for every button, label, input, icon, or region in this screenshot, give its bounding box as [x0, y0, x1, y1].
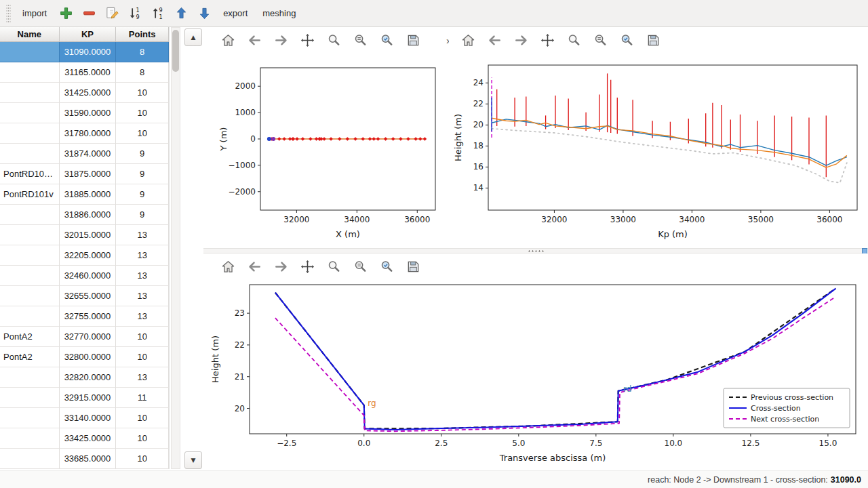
name-cell[interactable]: PontA2: [0, 347, 60, 367]
name-cell[interactable]: [0, 144, 60, 164]
edit-cross-section-button[interactable]: [101, 3, 123, 24]
name-cell[interactable]: [0, 408, 60, 428]
points-cell[interactable]: 10: [116, 408, 169, 428]
horizontal-splitter[interactable]: [203, 248, 868, 253]
table-row[interactable]: 31090.00008: [0, 42, 169, 62]
table-row[interactable]: 33425.000010: [0, 428, 169, 449]
table-row[interactable]: PontA232800.000010: [0, 347, 169, 367]
name-cell[interactable]: [0, 286, 60, 306]
table-row[interactable]: 31874.00009: [0, 144, 169, 164]
scroll-up-button[interactable]: ▲: [184, 28, 202, 46]
zoom-button[interactable]: [323, 29, 344, 51]
move-up-button[interactable]: [170, 3, 192, 24]
kp-cell[interactable]: 31165.0000: [60, 62, 117, 83]
name-cell[interactable]: [0, 266, 60, 286]
name-cell[interactable]: [0, 62, 60, 83]
table-row[interactable]: 32820.000013: [0, 367, 169, 388]
forward-button[interactable]: [510, 29, 532, 51]
configure-subplots-button[interactable]: [349, 29, 371, 51]
kp-cell[interactable]: 32800.0000: [60, 347, 117, 367]
table-row[interactable]: 32205.000013: [0, 245, 169, 266]
plan-view-chart[interactable]: 320003400036000−2000−1000010002000X (m)Y…: [203, 53, 445, 251]
kp-cell[interactable]: 31874.0000: [60, 144, 117, 164]
table-row[interactable]: 33140.000010: [0, 408, 169, 428]
points-cell[interactable]: 10: [116, 123, 169, 144]
cross-section-chart[interactable]: −2.50.02.55.07.510.012.515.020212223Tran…: [203, 277, 867, 473]
forward-button[interactable]: [270, 29, 292, 51]
edit-axis-button[interactable]: [376, 29, 397, 51]
points-cell[interactable]: 10: [116, 449, 169, 469]
column-header-points[interactable]: Points: [116, 27, 169, 41]
move-down-button[interactable]: [193, 3, 215, 24]
back-button[interactable]: [243, 256, 265, 277]
points-cell[interactable]: 10: [116, 347, 169, 367]
home-button[interactable]: [217, 256, 239, 277]
table-row[interactable]: 32915.000011: [0, 388, 169, 408]
table-row[interactable]: PontRD101v31885.00009: [0, 184, 169, 205]
kp-cell[interactable]: 33140.0000: [60, 408, 117, 428]
kp-cell[interactable]: 32205.0000: [60, 245, 117, 266]
splitter-handle-icon[interactable]: [528, 249, 545, 253]
configure-subplots-button[interactable]: [349, 256, 371, 277]
save-figure-button[interactable]: [402, 29, 424, 51]
configure-subplots-button[interactable]: [589, 29, 611, 51]
kp-cell[interactable]: 33425.0000: [60, 428, 117, 449]
points-cell[interactable]: 9: [116, 164, 169, 184]
meshing-button[interactable]: meshing: [256, 4, 302, 22]
name-cell[interactable]: [0, 83, 60, 103]
kp-cell[interactable]: 31090.0000: [60, 42, 117, 62]
kp-cell[interactable]: 31875.0000: [60, 164, 117, 184]
kp-cell[interactable]: 32015.0000: [60, 225, 117, 245]
table-row[interactable]: 33685.000010: [0, 449, 169, 469]
kp-cell[interactable]: 31425.0000: [60, 83, 117, 103]
name-cell[interactable]: [0, 428, 60, 449]
name-cell[interactable]: [0, 388, 60, 408]
points-cell[interactable]: 13: [116, 225, 169, 245]
table-row[interactable]: PontRD10…31875.00009: [0, 164, 169, 184]
back-button[interactable]: [484, 29, 505, 51]
table-row[interactable]: 31886.00009: [0, 205, 169, 225]
kp-cell[interactable]: 32915.0000: [60, 388, 117, 408]
table-scrollbar-thumb[interactable]: [172, 30, 179, 72]
zoom-button[interactable]: [323, 256, 344, 277]
points-cell[interactable]: 9: [116, 205, 169, 225]
kp-cell[interactable]: 32460.0000: [60, 266, 117, 286]
longitudinal-profile-chart[interactable]: 3200033000340003500036000141618202224Kp …: [449, 53, 867, 251]
edit-axis-button[interactable]: [376, 256, 397, 277]
points-cell[interactable]: 10: [116, 428, 169, 449]
name-cell[interactable]: PontRD101v: [0, 184, 60, 205]
points-cell[interactable]: 13: [116, 367, 169, 388]
table-row[interactable]: 31590.000010: [0, 103, 169, 123]
points-cell[interactable]: 13: [116, 286, 169, 306]
back-button[interactable]: [243, 29, 265, 51]
column-header-kp[interactable]: KP: [60, 27, 117, 41]
points-cell[interactable]: 8: [116, 42, 169, 62]
points-cell[interactable]: 9: [116, 184, 169, 205]
name-cell[interactable]: [0, 103, 60, 123]
edit-axis-button[interactable]: [616, 29, 637, 51]
points-cell[interactable]: 10: [116, 83, 169, 103]
points-cell[interactable]: 13: [116, 306, 169, 327]
kp-cell[interactable]: 32655.0000: [60, 286, 117, 306]
table-row[interactable]: 31780.000010: [0, 123, 169, 144]
table-scrollbar[interactable]: [171, 27, 180, 469]
kp-cell[interactable]: 31780.0000: [60, 123, 117, 144]
kp-cell[interactable]: 32770.0000: [60, 327, 117, 347]
table-row[interactable]: 31165.00008: [0, 62, 169, 83]
points-cell[interactable]: 11: [116, 388, 169, 408]
zoom-button[interactable]: [563, 29, 585, 51]
name-cell[interactable]: [0, 449, 60, 469]
name-cell[interactable]: PontA2: [0, 327, 60, 347]
kp-cell[interactable]: 31590.0000: [60, 103, 117, 123]
table-row[interactable]: 32655.000013: [0, 286, 169, 306]
kp-cell[interactable]: 32755.0000: [60, 306, 117, 327]
pan-button[interactable]: [296, 256, 318, 277]
home-button[interactable]: [217, 29, 239, 51]
name-cell[interactable]: [0, 123, 60, 144]
forward-button[interactable]: [270, 256, 292, 277]
delete-cross-section-button[interactable]: [78, 3, 100, 24]
name-cell[interactable]: [0, 306, 60, 327]
points-cell[interactable]: 13: [116, 266, 169, 286]
table-row[interactable]: 32460.000013: [0, 266, 169, 286]
table-row[interactable]: 32015.000013: [0, 225, 169, 245]
